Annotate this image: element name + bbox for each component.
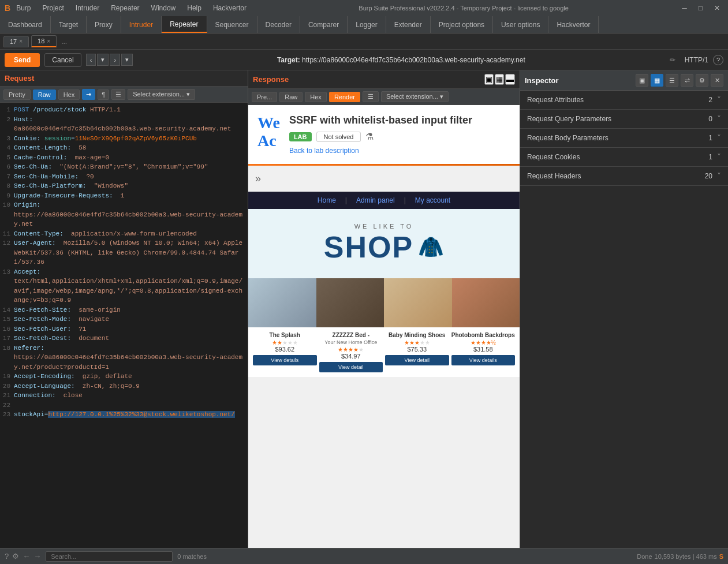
settings-bottom-icon[interactable]: ⚙ [12, 552, 19, 561]
inspector-ctrl-2[interactable]: ▦ [651, 74, 663, 87]
request-content[interactable]: 1 POST /product/stock HTTP/1.1 2 Host: 0… [0, 103, 248, 548]
tab-extender[interactable]: Extender [386, 16, 431, 33]
hanger-icon: 🧥 [418, 235, 444, 259]
view-split-btn[interactable]: ▣ [484, 74, 494, 85]
repeater-tab-17-close[interactable]: × [19, 38, 23, 44]
request-menu-btn[interactable]: ☰ [111, 89, 125, 100]
flask-icon: ⚗ [365, 131, 374, 142]
tab-target[interactable]: Target [51, 16, 87, 33]
response-hex-btn[interactable]: Hex [305, 92, 327, 102]
menu-repeater[interactable]: Repeater [109, 3, 141, 13]
menu-window[interactable]: Window [149, 3, 178, 13]
request-indent-btn[interactable]: ⇥ [82, 89, 95, 100]
line-21: 21 Connection: close [0, 391, 248, 401]
maximize-button[interactable]: □ [695, 3, 706, 13]
minimize-button[interactable]: ─ [678, 3, 690, 13]
response-raw-btn[interactable]: Raw [279, 92, 303, 102]
response-menu-btn[interactable]: ☰ [363, 91, 379, 102]
response-render-btn[interactable]: Render [329, 92, 360, 102]
tab-user-options[interactable]: User options [493, 16, 548, 33]
tab-decoder[interactable]: Decoder [257, 16, 300, 33]
inspector-close-btn[interactable]: ✕ [711, 74, 723, 87]
menu-intruder[interactable]: Intruder [73, 3, 102, 13]
inspector-chevron-2: ˅ [717, 114, 721, 124]
main-content: Request Pretty Raw Hex ⇥ ¶ ☰ Select exte… [0, 70, 728, 548]
inspector-ctrl-3[interactable]: ☰ [666, 74, 678, 87]
repeater-more-tabs[interactable]: ... [59, 38, 69, 46]
menu-burp[interactable]: Burp [14, 3, 33, 13]
tab-logger[interactable]: Logger [348, 16, 386, 33]
tab-repeater[interactable]: Repeater [162, 16, 207, 33]
edit-target-icon[interactable]: ✏ [670, 56, 675, 64]
view-details-btn-1[interactable]: View details [253, 355, 317, 365]
nav-next-button[interactable]: › [110, 54, 120, 66]
inspector-query-params[interactable]: Request Query Parameters 0 ˅ [520, 110, 728, 129]
close-button[interactable]: ✕ [711, 3, 723, 13]
line-19: 19 Accept-Encoding: gzip, deflate [0, 372, 248, 382]
repeater-tab-17-label: 17 [10, 38, 17, 45]
view-details-btn-2[interactable]: View detail [319, 362, 383, 372]
request-pretty-btn[interactable]: Pretty [3, 89, 31, 100]
inspector-ctrl-1[interactable]: ▣ [636, 74, 648, 87]
back-bottom-icon[interactable]: ← [23, 552, 30, 561]
inspector-request-attributes[interactable]: Request Attributes 2 ˅ [520, 91, 728, 110]
response-pretty-btn[interactable]: Pre... [252, 92, 277, 102]
inspector-body-params[interactable]: Request Body Parameters 1 ˅ [520, 129, 728, 148]
nav-admin[interactable]: Admin panel [356, 196, 395, 204]
inspector-row-count-1: 2 [708, 96, 712, 104]
back-to-lab-link[interactable]: Back to lab description [289, 147, 359, 155]
forward-bottom-icon[interactable]: → [33, 552, 41, 561]
nav-prev-dropdown[interactable]: ▾ [97, 54, 109, 66]
product-name-1: The Splash [253, 332, 317, 338]
nav-prev-button[interactable]: ‹ [86, 54, 96, 66]
request-raw-btn[interactable]: Raw [33, 89, 56, 100]
inspector-ctrl-4[interactable]: ⇌ [681, 74, 693, 87]
tab-dashboard[interactable]: Dashboard [0, 16, 51, 33]
request-newline-btn[interactable]: ¶ [98, 89, 109, 100]
help-bottom-icon[interactable]: ? [5, 552, 9, 561]
menu-project[interactable]: Project [40, 3, 66, 13]
repeater-tab-18-close[interactable]: × [47, 38, 50, 44]
line-18b: https://0a86000c046e4fd7c35b64cb002b00a3… [0, 353, 248, 372]
response-content: We Ac SSRF with whitelist-based input fi… [248, 105, 520, 548]
tab-project-options[interactable]: Project options [431, 16, 493, 33]
window-title: Burp Suite Professional v2022.2.4 - Temp… [249, 5, 678, 12]
request-hex-btn[interactable]: Hex [58, 89, 80, 100]
line-22: 22 [0, 401, 248, 410]
tab-hackvertor[interactable]: Hackvertor [548, 16, 599, 33]
menu-hackvertor[interactable]: Hackvertor [211, 3, 249, 13]
send-button[interactable]: Send [5, 53, 40, 67]
nav-sep-1: | [345, 196, 347, 204]
line-1: 1 POST /product/stock HTTP/1.1 [0, 105, 248, 115]
inspector-ctrl-5[interactable]: ⚙ [696, 74, 708, 87]
view-details-btn-4[interactable]: View details [451, 355, 516, 365]
inspector-cookies[interactable]: Request Cookies 1 ˅ [520, 148, 728, 167]
inspector-chevron-5: ˅ [717, 171, 721, 181]
tab-intruder[interactable]: Intruder [121, 16, 162, 33]
cancel-button[interactable]: Cancel [44, 53, 81, 67]
view-vertical-btn[interactable]: ▬ [505, 74, 515, 85]
help-button[interactable]: ? [713, 55, 723, 65]
repeater-tab-17[interactable]: 17 × [3, 36, 29, 47]
response-panel-header: Response ▣ ▦ ▬ [248, 70, 520, 89]
request-select-extension[interactable]: Select extension... ▾ [128, 89, 195, 100]
product-stars-1: ★★★★★ [253, 339, 317, 346]
status-text: Done [637, 553, 652, 560]
search-input[interactable] [46, 551, 173, 562]
tab-proxy[interactable]: Proxy [87, 16, 121, 33]
view-horizontal-btn[interactable]: ▦ [495, 74, 504, 85]
inspector-headers[interactable]: Request Headers 20 ˅ [520, 167, 728, 186]
view-details-btn-3[interactable]: View detail [385, 355, 449, 365]
tab-sequencer[interactable]: Sequencer [207, 16, 257, 33]
nav-home[interactable]: Home [318, 196, 336, 204]
product-stars-2: ★★★★★ [319, 346, 383, 353]
shop-hero: WE LIKE TO SHOP 🧥 [248, 209, 520, 278]
repeater-tab-18[interactable]: 18 × [31, 35, 57, 47]
line-12: 12 User-Agent: Mozilla/5.0 (Windows NT 1… [0, 238, 248, 267]
menu-help[interactable]: Help [185, 3, 204, 13]
tab-comparer[interactable]: Comparer [300, 16, 348, 33]
nav-next-dropdown[interactable]: ▾ [121, 54, 133, 66]
inspector-row-label-5: Request Headers [527, 172, 705, 180]
response-select-extension[interactable]: Select extension... ▾ [381, 91, 449, 102]
nav-account[interactable]: My account [415, 196, 450, 204]
